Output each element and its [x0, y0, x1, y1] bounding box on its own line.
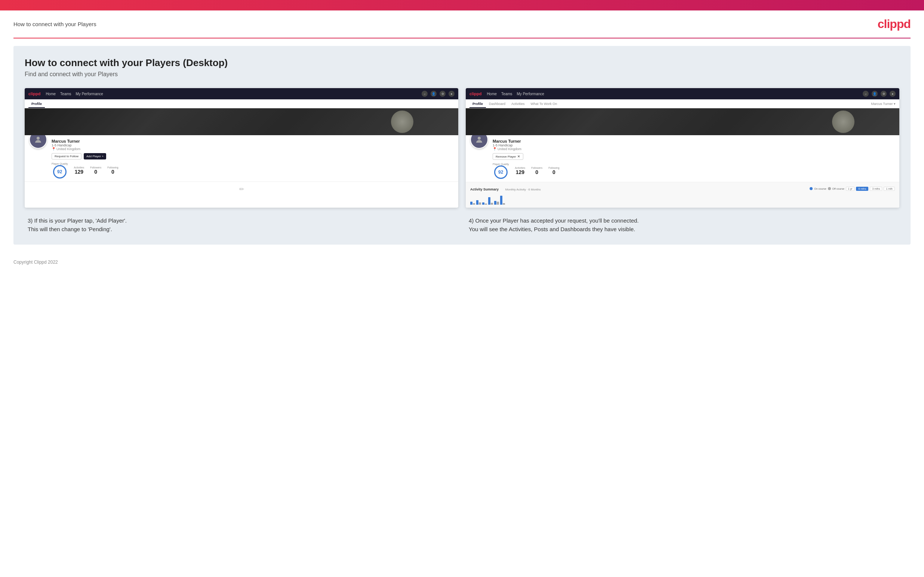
activity-title-group: Activity Summary Monthly Activity · 6 Mo… — [470, 185, 541, 192]
top-bar — [0, 0, 924, 10]
bar-off-4 — [491, 203, 493, 205]
filter-1yr[interactable]: 1 yr — [846, 187, 855, 191]
request-follow-button[interactable]: Request to Follow — [52, 153, 81, 160]
bar-group-3 — [482, 202, 487, 205]
left-tabs: Profile — [25, 99, 458, 108]
left-player-location: 📍 United Kingdom — [52, 147, 454, 151]
right-player-actions: Remove Player ✕ — [493, 153, 895, 160]
right-stats-row: Player Quality 92 Activities 129 Followe… — [466, 163, 899, 182]
bar-group-5 — [494, 201, 499, 205]
left-nav-home[interactable]: Home — [45, 92, 56, 96]
right-tab-profile[interactable]: Profile — [470, 100, 486, 108]
remove-player-button[interactable]: Remove Player ✕ — [493, 153, 523, 160]
filter-1mth[interactable]: 1 mth — [884, 187, 895, 191]
right-profile-info: Marcus Turner 1-5 Handicap 📍 United King… — [493, 138, 895, 160]
off-course-legend — [828, 187, 831, 190]
right-player-handicap: 1-5 Handicap — [493, 143, 895, 147]
page-title: How to connect with your Players — [13, 21, 97, 27]
bar-on-3 — [482, 202, 485, 205]
activity-subtitle: Monthly Activity · 6 Months — [506, 188, 541, 191]
right-player-name: Marcus Turner — [493, 139, 895, 143]
right-following-stat: Following 0 — [548, 166, 560, 175]
activity-filters: On course Off course 1 yr 6 mths 3 mths … — [809, 187, 895, 191]
main-subtitle: Find and connect with your Players — [25, 71, 899, 78]
clippd-logo: clippd — [878, 17, 911, 31]
main-title: How to connect with your Players (Deskto… — [25, 57, 899, 69]
right-nav-performance[interactable]: My Performance — [517, 92, 544, 96]
left-following-stat: Following 0 — [107, 166, 118, 175]
right-player-location: 📍 United Kingdom — [493, 147, 895, 151]
left-navbar: clippd Home Teams My Performance ⌕ 👤 ⚙ ● — [25, 88, 458, 99]
right-activities-stat: Activities 129 — [515, 166, 525, 175]
header-divider — [13, 38, 911, 39]
remove-x-icon: ✕ — [517, 155, 520, 158]
left-player-actions: Request to Follow Add Player + — [52, 153, 454, 160]
caption-right-text: 4) Once your Player has accepted your re… — [469, 217, 897, 234]
right-search-icon[interactable]: ⌕ — [863, 91, 869, 97]
bar-off-5 — [497, 201, 499, 205]
left-nav-icons: ⌕ 👤 ⚙ ● — [422, 91, 454, 97]
right-avatar-icon[interactable]: ● — [890, 91, 896, 97]
bar-off-2 — [479, 202, 481, 205]
right-profile-section: Marcus Turner 1-5 Handicap 📍 United King… — [466, 135, 899, 163]
activity-section: Activity Summary Monthly Activity · 6 Mo… — [466, 182, 899, 208]
left-screenshot-lower: ✏ — [25, 182, 458, 197]
right-navbar: clippd Home Teams My Performance ⌕ 👤 ⚙ ● — [466, 88, 899, 99]
right-tab-dashboard[interactable]: Dashboard — [486, 100, 508, 108]
left-golf-banner — [25, 108, 458, 135]
footer: Copyright Clippd 2022 — [0, 252, 924, 272]
bar-group-2 — [476, 200, 481, 205]
bar-off-3 — [485, 203, 487, 205]
pencil-icon: ✏ — [239, 185, 244, 193]
on-course-legend — [809, 187, 813, 190]
bar-group-6 — [500, 196, 505, 205]
left-followers-stat: Followers 0 — [90, 166, 101, 175]
right-tab-username[interactable]: Marcus Turner ▾ — [871, 102, 896, 106]
left-stats-row: Player Quality 92 Activities 129 Followe… — [25, 163, 458, 182]
right-pq-label: Player Quality — [493, 163, 509, 166]
filter-6mths[interactable]: 6 mths — [856, 187, 868, 191]
right-tabs: Profile Dashboard Activities What To Wor… — [466, 99, 899, 108]
left-pq-label: Player Quality — [52, 163, 68, 165]
user-icon[interactable]: 👤 — [431, 91, 436, 97]
bar-on-1 — [470, 201, 472, 205]
filter-3mths[interactable]: 3 mths — [870, 187, 882, 191]
left-nav-teams[interactable]: Teams — [60, 92, 71, 96]
main-content: How to connect with your Players (Deskto… — [13, 46, 911, 245]
bar-on-5 — [494, 201, 496, 205]
right-tab-whatto[interactable]: What To Work On — [528, 100, 560, 108]
right-nav-home[interactable]: Home — [487, 92, 497, 96]
bar-on-6 — [500, 196, 502, 205]
location-pin-icon: 📍 — [52, 147, 56, 151]
right-settings-icon[interactable]: ⚙ — [880, 91, 887, 97]
on-course-label: On course — [814, 187, 826, 190]
bar-group-1 — [470, 201, 475, 205]
right-tab-activities[interactable]: Activities — [508, 100, 528, 108]
copyright-text: Copyright Clippd 2022 — [13, 259, 58, 265]
settings-icon[interactable]: ⚙ — [439, 91, 446, 97]
left-player-handicap: 1-5 Handicap — [52, 143, 454, 147]
left-profile-info: Marcus Turner 1-5 Handicap 📍 United King… — [52, 138, 454, 160]
activity-header: Activity Summary Monthly Activity · 6 Mo… — [470, 185, 895, 192]
right-pq-value: 92 — [494, 166, 507, 179]
left-pq-value: 92 — [53, 165, 66, 179]
left-player-name: Marcus Turner — [52, 139, 454, 143]
caption-right: 4) Once your Player has accepted your re… — [466, 217, 899, 234]
left-tab-profile[interactable]: Profile — [28, 100, 45, 108]
screenshots-row: clippd Home Teams My Performance ⌕ 👤 ⚙ ●… — [25, 88, 899, 208]
left-nav-logo: clippd — [28, 92, 40, 96]
right-user-icon[interactable]: 👤 — [872, 91, 878, 97]
screenshot-left: clippd Home Teams My Performance ⌕ 👤 ⚙ ●… — [25, 88, 458, 208]
bar-on-2 — [476, 200, 478, 205]
bar-on-4 — [488, 197, 490, 205]
left-profile-section: Marcus Turner 1-5 Handicap 📍 United King… — [25, 135, 458, 163]
right-location-pin-icon: 📍 — [493, 147, 497, 151]
activity-title: Activity Summary — [470, 187, 499, 191]
right-nav-teams[interactable]: Teams — [501, 92, 512, 96]
add-player-button[interactable]: Add Player + — [84, 153, 106, 160]
left-nav-performance[interactable]: My Performance — [76, 92, 103, 96]
search-icon[interactable]: ⌕ — [422, 91, 428, 97]
avatar-icon[interactable]: ● — [449, 91, 454, 97]
bar-off-1 — [473, 203, 475, 205]
right-followers-stat: Followers 0 — [531, 166, 542, 175]
